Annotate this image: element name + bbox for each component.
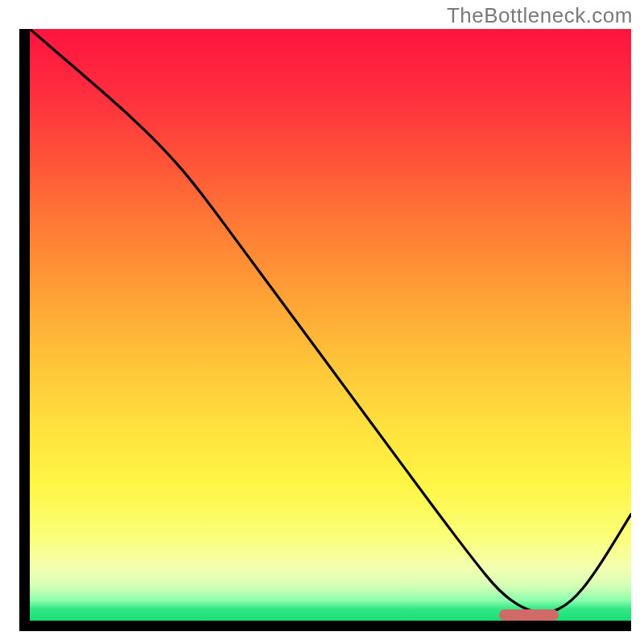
curve-layer — [30, 29, 631, 621]
axes-frame — [19, 29, 631, 631]
optimal-range-marker — [499, 609, 559, 621]
watermark-label: TheBottleneck.com — [447, 3, 633, 28]
bottleneck-chart: { "watermark": "TheBottleneck.com", "cha… — [0, 0, 644, 644]
plot-area — [30, 29, 631, 621]
bottleneck-curve — [30, 29, 631, 613]
